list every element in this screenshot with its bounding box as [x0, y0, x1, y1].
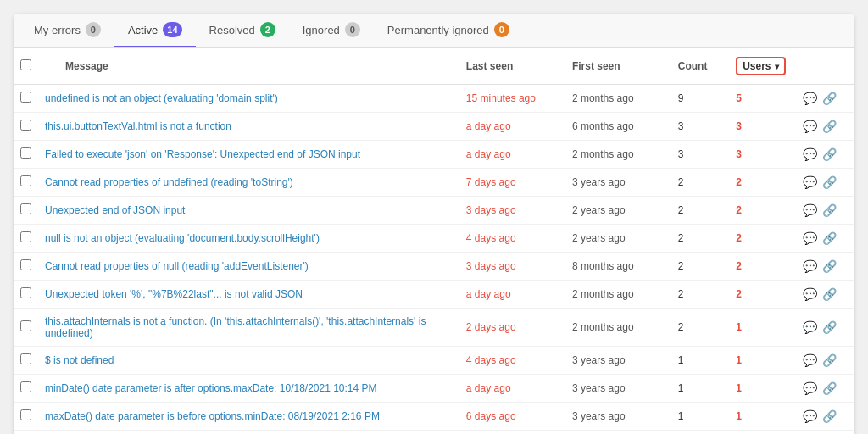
row-first-seen: 2 months ago [565, 141, 671, 169]
row-checkbox-cell[interactable] [14, 225, 38, 253]
comment-icon[interactable]: 💬 [803, 175, 817, 189]
comment-icon[interactable]: 💬 [803, 287, 817, 301]
row-message-link[interactable]: null is not an object (evaluating 'docum… [45, 232, 320, 244]
row-checkbox-cell[interactable] [14, 309, 38, 347]
col-header-last-seen: Last seen [459, 48, 565, 85]
comment-icon[interactable]: 💬 [803, 203, 817, 217]
tab-permanently-ignored[interactable]: Permanently ignored 0 [374, 14, 523, 47]
row-checkbox[interactable] [20, 203, 31, 214]
table-row: this.ui.buttonTextVal.html is not a func… [14, 113, 854, 141]
row-message-link[interactable]: Cannot read properties of null (reading … [45, 260, 309, 272]
row-checkbox-cell[interactable] [14, 141, 38, 169]
row-last-seen: 2 days ago [459, 309, 565, 347]
comment-icon[interactable]: 💬 [803, 147, 817, 161]
comment-icon[interactable]: 💬 [803, 120, 817, 133]
first-seen-value: 2 months ago [572, 92, 634, 104]
row-checkbox[interactable] [20, 175, 31, 186]
last-seen-value: 3 days ago [466, 204, 516, 216]
errors-table-wrap: Message Last seen First seen Count Users… [14, 48, 854, 434]
col-header-users[interactable]: Users ▾ [729, 48, 796, 85]
tab-resolved[interactable]: Resolved 2 [196, 14, 289, 47]
link-icon[interactable]: 🔗 [822, 203, 837, 217]
row-checkbox-cell[interactable] [14, 85, 38, 113]
tab-bar: My errors 0 Active 14 Resolved 2 Ignored… [14, 14, 854, 48]
last-seen-value: a day ago [466, 120, 511, 132]
table-row: Cannot read properties of undefined (rea… [14, 431, 854, 435]
row-checkbox-cell[interactable] [14, 169, 38, 197]
row-last-seen: a day ago [459, 141, 565, 169]
link-icon[interactable]: 🔗 [822, 147, 837, 161]
row-message-link[interactable]: $ is not defined [45, 354, 114, 366]
comment-icon[interactable]: 💬 [803, 353, 817, 367]
row-message-link[interactable]: minDate() date parameter is after option… [45, 382, 377, 394]
row-checkbox-cell[interactable] [14, 113, 38, 141]
comment-icon[interactable]: 💬 [803, 320, 817, 334]
comment-icon[interactable]: 💬 [803, 409, 817, 423]
row-count: 1 [671, 375, 729, 403]
row-message-link[interactable]: Cannot read properties of undefined (rea… [45, 176, 293, 188]
tab-ignored[interactable]: Ignored 0 [289, 14, 374, 47]
row-actions: 💬🔗 [796, 85, 854, 113]
row-checkbox[interactable] [20, 320, 31, 331]
users-value: 2 [736, 288, 742, 300]
row-checkbox-cell[interactable] [14, 403, 38, 431]
row-actions: 💬🔗 [796, 309, 854, 347]
row-checkbox-cell[interactable] [14, 431, 38, 435]
row-checkbox[interactable] [20, 259, 31, 270]
users-sort-button[interactable]: Users ▾ [736, 57, 785, 75]
row-message-link[interactable]: Unexpected token '%', "%7B%22last"... is… [45, 288, 303, 300]
comment-icon[interactable]: 💬 [803, 259, 817, 273]
comment-icon[interactable]: 💬 [803, 92, 817, 105]
link-icon[interactable]: 🔗 [822, 231, 837, 245]
row-checkbox[interactable] [20, 353, 31, 364]
row-checkbox[interactable] [20, 381, 31, 392]
row-message-link[interactable]: Unexpected end of JSON input [45, 204, 185, 216]
users-value: 3 [736, 148, 742, 160]
select-all-cell[interactable] [14, 48, 38, 85]
link-icon[interactable]: 🔗 [822, 175, 837, 189]
row-message-link[interactable]: this.attachInternals is not a function. … [45, 315, 426, 339]
tab-my-errors[interactable]: My errors 0 [20, 14, 114, 47]
row-first-seen: 3 years ago [565, 347, 671, 375]
row-checkbox-cell[interactable] [14, 375, 38, 403]
link-icon[interactable]: 🔗 [822, 120, 837, 133]
link-icon[interactable]: 🔗 [822, 92, 837, 105]
col-header-count: Count [671, 48, 729, 85]
row-message-cell: Failed to execute 'json' on 'Response': … [38, 141, 459, 169]
row-message-link[interactable]: maxDate() date parameter is before optio… [45, 410, 380, 422]
first-seen-value: 2 months ago [572, 288, 634, 300]
row-users: 1 [729, 375, 796, 403]
link-icon[interactable]: 🔗 [822, 381, 837, 395]
users-value: 2 [736, 204, 742, 216]
row-checkbox[interactable] [20, 147, 31, 159]
table-row: Cannot read properties of undefined (rea… [14, 169, 854, 197]
comment-icon[interactable]: 💬 [803, 381, 817, 395]
row-checkbox[interactable] [20, 92, 31, 103]
link-icon[interactable]: 🔗 [822, 287, 837, 301]
row-last-seen: a day ago [459, 375, 565, 403]
row-count: 2 [671, 309, 729, 347]
users-value: 1 [736, 382, 742, 394]
row-users: 2 [729, 253, 796, 281]
row-users: 1 [729, 431, 796, 435]
link-icon[interactable]: 🔗 [822, 259, 837, 273]
row-checkbox-cell[interactable] [14, 197, 38, 225]
row-checkbox-cell[interactable] [14, 347, 38, 375]
row-message-cell: Cannot read properties of null (reading … [38, 253, 459, 281]
row-checkbox[interactable] [20, 409, 31, 420]
row-message-link[interactable]: Failed to execute 'json' on 'Response': … [45, 148, 360, 160]
link-icon[interactable]: 🔗 [822, 409, 837, 423]
select-all-checkbox[interactable] [20, 59, 31, 70]
link-icon[interactable]: 🔗 [822, 353, 837, 367]
comment-icon[interactable]: 💬 [803, 231, 817, 245]
row-first-seen: 6 months ago [565, 113, 671, 141]
row-checkbox[interactable] [20, 287, 31, 298]
row-checkbox-cell[interactable] [14, 281, 38, 309]
row-message-link[interactable]: this.ui.buttonTextVal.html is not a func… [45, 120, 231, 132]
tab-active[interactable]: Active 14 [114, 14, 196, 47]
row-checkbox-cell[interactable] [14, 253, 38, 281]
row-checkbox[interactable] [20, 120, 31, 131]
row-message-link[interactable]: undefined is not an object (evaluating '… [45, 92, 278, 104]
link-icon[interactable]: 🔗 [822, 320, 837, 334]
row-checkbox[interactable] [20, 231, 31, 242]
